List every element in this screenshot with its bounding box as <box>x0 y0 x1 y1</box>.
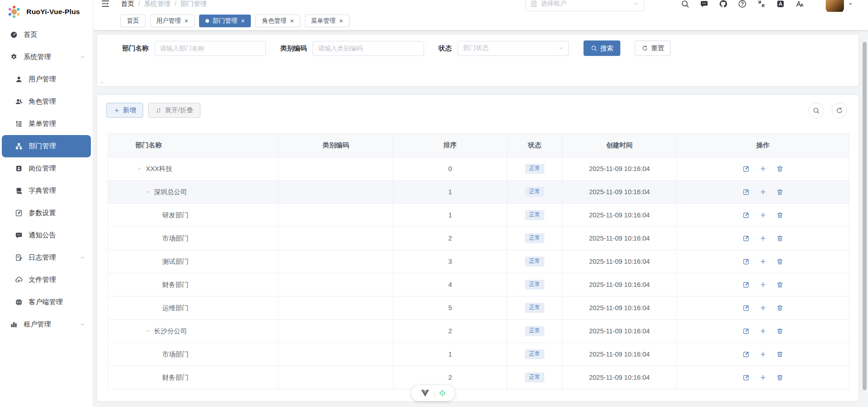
created-cell: 2025-11-09 10:16:04 <box>563 157 677 181</box>
sidebar-item-tenant[interactable]: 租户管理 <box>0 313 93 336</box>
add-icon[interactable] <box>759 211 767 219</box>
table-search-button[interactable] <box>808 103 824 118</box>
close-icon[interactable]: × <box>185 18 188 24</box>
target-icon[interactable] <box>439 389 446 397</box>
user-avatar[interactable] <box>826 0 844 12</box>
close-icon[interactable]: × <box>241 18 244 24</box>
edit-icon[interactable] <box>743 188 750 196</box>
tree-expand-icon[interactable] <box>135 166 143 171</box>
sidebar-item-post[interactable]: 岗位管理 <box>0 157 93 180</box>
sidebar-item-system[interactable]: 系统管理 <box>0 46 93 68</box>
add-icon[interactable] <box>759 165 767 172</box>
add-icon[interactable] <box>759 374 767 381</box>
search-collapse-icon[interactable] <box>99 80 105 85</box>
edit-icon[interactable] <box>743 351 750 358</box>
status-select[interactable]: 部门状态 <box>458 41 569 56</box>
sidebar-item-client[interactable]: 客户端管理 <box>0 291 93 313</box>
globe-icon <box>15 298 23 306</box>
add-icon[interactable] <box>759 327 767 335</box>
tab-home[interactable]: 首页 <box>120 15 145 27</box>
search-button[interactable]: 搜索 <box>584 40 620 56</box>
sidebar-collapse-icon[interactable] <box>101 0 110 8</box>
sidebar-item-label: 日志管理 <box>29 253 56 262</box>
table-row: 长沙分公司2正常2025-11-09 10:16:04 <box>108 320 849 343</box>
column-header-5: 操作 <box>677 134 849 157</box>
translate-icon[interactable] <box>776 0 785 8</box>
gear-icon <box>10 53 18 61</box>
caret-down-icon[interactable] <box>848 1 853 7</box>
sidebar-item-file[interactable]: 文件管理 <box>0 269 93 291</box>
sidebar-item-notice[interactable]: 通知公告 <box>0 224 93 246</box>
github-icon[interactable] <box>719 0 728 8</box>
edit-icon[interactable] <box>743 304 750 312</box>
delete-icon[interactable] <box>776 258 783 265</box>
breadcrumb-item[interactable]: 首页 <box>121 0 134 8</box>
add-icon[interactable] <box>759 281 767 288</box>
expand-collapse-button[interactable]: 展开/折叠 <box>148 103 200 118</box>
edit-icon[interactable] <box>743 327 750 335</box>
sort-cell: 1 <box>394 181 507 204</box>
category-code-input[interactable] <box>313 41 424 56</box>
sidebar-item-config[interactable]: 参数设置 <box>0 202 93 224</box>
reset-button[interactable]: 重置 <box>635 40 671 56</box>
table-refresh-button[interactable] <box>832 103 847 118</box>
add-icon[interactable] <box>759 188 767 196</box>
edit-icon[interactable] <box>743 211 750 219</box>
add-icon[interactable] <box>759 351 767 358</box>
sidebar-item-label: 角色管理 <box>29 97 56 106</box>
tenant-select[interactable]: 选择租户 <box>525 0 644 11</box>
sidebar-item-home[interactable]: 首页 <box>0 24 93 46</box>
add-icon[interactable] <box>759 304 767 312</box>
sidebar-item-user[interactable]: 用户管理 <box>0 68 93 90</box>
tree-expand-icon[interactable] <box>144 189 151 195</box>
add-icon[interactable] <box>759 235 767 242</box>
category-code-cell <box>279 157 394 181</box>
status-cell: 正常 <box>507 273 563 296</box>
add-icon[interactable] <box>759 258 767 265</box>
delete-icon[interactable] <box>776 235 783 242</box>
help-icon[interactable] <box>738 0 747 8</box>
edit-icon[interactable] <box>743 258 750 265</box>
delete-icon[interactable] <box>776 327 783 335</box>
delete-icon[interactable] <box>776 281 783 288</box>
edit-icon[interactable] <box>743 281 750 288</box>
vue-logo[interactable] <box>420 388 430 398</box>
delete-icon[interactable] <box>776 351 783 358</box>
compress-icon[interactable] <box>757 0 766 8</box>
add-button[interactable]: 新增 <box>106 103 143 118</box>
actions-cell <box>677 366 849 389</box>
tab-dept[interactable]: 部门管理× <box>199 15 251 27</box>
app-logo[interactable]: RuoYi-Vue-Plus <box>0 0 93 24</box>
category-code-cell <box>279 227 394 250</box>
column-header-1: 类别编码 <box>279 134 394 157</box>
font-size-icon[interactable] <box>795 0 804 8</box>
expand-collapse-label: 展开/折叠 <box>165 106 193 115</box>
tab-role[interactable]: 角色管理× <box>255 15 300 27</box>
delete-icon[interactable] <box>776 165 783 172</box>
sidebar-item-log[interactable]: 日志管理 <box>0 246 93 269</box>
dept-name-input[interactable] <box>155 41 266 56</box>
tab-user[interactable]: 用户管理× <box>150 15 195 27</box>
close-icon[interactable]: × <box>290 18 294 24</box>
dept-name: 深圳总公司 <box>154 188 187 196</box>
edit-icon[interactable] <box>743 165 750 172</box>
edit-icon[interactable] <box>743 235 750 242</box>
delete-icon[interactable] <box>776 304 783 312</box>
sidebar-item-dict[interactable]: 字典管理 <box>0 180 93 202</box>
tree-expand-icon[interactable] <box>144 328 151 334</box>
tab-menu[interactable]: 菜单管理× <box>305 15 349 27</box>
tab-label: 菜单管理 <box>311 17 336 25</box>
page-scrollbar[interactable] <box>863 42 867 390</box>
edit-icon[interactable] <box>743 374 750 381</box>
delete-icon[interactable] <box>776 188 783 196</box>
sidebar-item-menu[interactable]: 菜单管理 <box>0 113 93 135</box>
search-icon[interactable] <box>681 0 689 8</box>
sidebar-item-role[interactable]: 角色管理 <box>0 90 93 113</box>
delete-icon[interactable] <box>776 211 783 219</box>
message-icon[interactable] <box>700 0 708 8</box>
sidebar-item-label: 文件管理 <box>29 276 56 284</box>
sidebar-item-dept[interactable]: 部门管理 <box>2 135 91 157</box>
actions-cell <box>677 343 849 366</box>
delete-icon[interactable] <box>776 374 783 381</box>
close-icon[interactable]: × <box>339 18 343 24</box>
